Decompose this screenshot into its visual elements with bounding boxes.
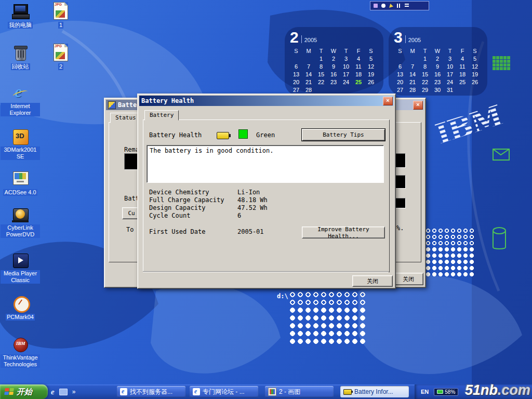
calendar-day bbox=[394, 56, 406, 62]
image-thumbnail bbox=[56, 52, 65, 59]
battery-tray-indicator[interactable]: 58% bbox=[434, 388, 458, 396]
taskbar-task-button[interactable]: Battery Infor... bbox=[340, 386, 409, 397]
calendar-day: 6 bbox=[290, 63, 302, 70]
calendar-day-highlighted: 25 bbox=[352, 79, 365, 85]
desktop-icon-media-player-classic[interactable]: Media Player Classic bbox=[1, 252, 40, 284]
desktop-icon-acdsee[interactable]: ACDSee 4.0 bbox=[1, 170, 40, 196]
close-dialog-button[interactable]: 关闭 bbox=[352, 275, 393, 287]
battery-detail-fields: Device ChemistryLi-IonFull Charge Capaci… bbox=[149, 189, 268, 220]
calendar-day: 14 bbox=[406, 71, 419, 77]
desktop-icon-internet-explorer[interactable]: e Internet Explorer bbox=[1, 85, 40, 117]
windows-flag-icon bbox=[4, 388, 14, 395]
calendar-day: 12 bbox=[365, 63, 377, 70]
calendar-day: 9 bbox=[431, 63, 444, 70]
desktop-icon-powerdvd[interactable]: CyberLink PowerDVD bbox=[1, 207, 40, 238]
field-label: First Used Date bbox=[149, 228, 237, 236]
field-label: Device Chemistry bbox=[149, 189, 237, 196]
input-method-icon[interactable] bbox=[374, 4, 378, 8]
field-label: Full Charge Capacity bbox=[149, 196, 237, 204]
calendar-day: 21 bbox=[406, 79, 419, 85]
battery-tips-button[interactable]: Battery Tips bbox=[302, 129, 385, 141]
improve-battery-health-button[interactable]: Improve Battery Health... bbox=[302, 227, 385, 238]
calendar-day bbox=[406, 56, 419, 62]
calendar-day: 21 bbox=[302, 79, 315, 85]
internet-explorer-quicklaunch-icon[interactable]: e bbox=[51, 388, 55, 396]
jpg-file-icon: JPG bbox=[54, 2, 68, 20]
calendar-day: 4 bbox=[456, 56, 469, 62]
calendar-day: 2 bbox=[327, 56, 340, 62]
field-label: Design Capacity bbox=[149, 204, 237, 212]
calendar-day: 20 bbox=[290, 79, 302, 85]
desktop-icon-label: Media Player Classic bbox=[1, 270, 40, 284]
calendar-day: 23 bbox=[327, 79, 340, 85]
language-bar[interactable] bbox=[370, 1, 429, 10]
calendar-day: 9 bbox=[327, 63, 340, 70]
start-button[interactable]: 开始 bbox=[0, 384, 48, 399]
desktop-icon-3dmark2001[interactable]: 3D 3DMark2001 SE bbox=[1, 129, 40, 161]
calendar-day-header: S bbox=[469, 48, 481, 54]
menu-icon[interactable] bbox=[405, 4, 409, 8]
desktop-icon-label: 回收站 bbox=[11, 63, 30, 70]
desktop: IBM d:\ 2 2005 SMTWTFS123456789101112131… bbox=[0, 0, 532, 399]
battery-health-dialog: Battery Health × Battery Battery Health … bbox=[137, 94, 396, 289]
calendar-day bbox=[340, 87, 352, 93]
calendar-day: 27 bbox=[290, 87, 302, 93]
health-status-text: Green bbox=[256, 131, 275, 139]
calendar-month: 3 bbox=[394, 30, 403, 45]
taskbar-task-button[interactable]: 找不到服务器... bbox=[117, 386, 185, 397]
calendar-day: 24 bbox=[444, 79, 456, 85]
tab-status[interactable]: Status bbox=[110, 113, 141, 123]
calendar-year: 2005 bbox=[304, 37, 317, 45]
calendar-day: 8 bbox=[419, 63, 431, 70]
watermark-main: 51nb bbox=[465, 382, 498, 398]
desktop-icon-my-computer[interactable]: 我的电脑 bbox=[1, 3, 40, 29]
calendar-day bbox=[290, 56, 302, 62]
calendar-day: 27 bbox=[394, 87, 406, 93]
calendar-day bbox=[365, 87, 377, 93]
calendar-day: 22 bbox=[315, 79, 327, 85]
battery-percent: 58% bbox=[445, 389, 455, 395]
desktop-icon-thinkvantage[interactable]: IBM ThinkVantage Technologies bbox=[1, 337, 40, 368]
desktop-icon-label: Internet Explorer bbox=[1, 103, 40, 116]
desktop-icon-recycle-bin[interactable]: 回收站 bbox=[1, 45, 40, 71]
dot-pattern-filled bbox=[425, 246, 475, 277]
calendar-divider bbox=[405, 35, 406, 43]
field-value: 6 bbox=[237, 212, 241, 220]
battery-detail-row: Cycle Count6 bbox=[149, 212, 268, 220]
ie-icon bbox=[120, 388, 127, 395]
close-button[interactable]: × bbox=[383, 97, 393, 105]
media-player-classic-icon bbox=[11, 252, 29, 269]
chevron-more-icon[interactable]: » bbox=[72, 388, 76, 395]
calendar-day: 26 bbox=[365, 79, 377, 85]
calendar-day: 31 bbox=[444, 87, 456, 93]
taskbar-task-button[interactable]: 2 - 画图 bbox=[265, 386, 334, 397]
calendar-grid: SMTWTFS123456789101112131415161718192021… bbox=[290, 48, 379, 93]
pen-icon[interactable] bbox=[389, 4, 393, 8]
desktop-file-2[interactable]: JPG 2 bbox=[46, 44, 76, 71]
calendar-day: 22 bbox=[419, 79, 431, 85]
my-computer-icon bbox=[11, 3, 29, 20]
condition-textbox[interactable]: The battery is in good condition. bbox=[147, 145, 384, 183]
keyboard-icon[interactable] bbox=[397, 4, 401, 8]
language-indicator[interactable]: EN bbox=[421, 389, 429, 395]
desktop-icon-label: 1 bbox=[58, 22, 63, 29]
calendar-day: 24 bbox=[340, 79, 352, 85]
battery-health-titlebar[interactable]: Battery Health × bbox=[139, 96, 394, 106]
calendar-day: 1 bbox=[419, 56, 431, 62]
calendar-day bbox=[456, 87, 469, 93]
desktop-file-1[interactable]: JPG 1 bbox=[46, 2, 76, 29]
calendar-february-2005: 2 2005 SMTWTFS12345678910111213141516171… bbox=[290, 29, 379, 93]
window-title: Batte bbox=[118, 101, 137, 109]
thinkvantage-icon: IBM bbox=[11, 337, 29, 353]
dot-pattern-hollow bbox=[289, 291, 368, 307]
calendar-day: 28 bbox=[406, 87, 419, 93]
task-label: 2 - 画图 bbox=[279, 388, 300, 396]
calendar-day: 5 bbox=[365, 56, 377, 62]
close-button[interactable]: × bbox=[413, 101, 423, 110]
close-window-button[interactable]: 关闭 bbox=[393, 273, 423, 285]
taskbar-task-button[interactable]: 专门网论坛 - ... bbox=[190, 386, 258, 397]
desktop-icon-pcmark04[interactable]: PCMark04 bbox=[1, 295, 40, 321]
volume-icon[interactable] bbox=[381, 4, 385, 8]
show-desktop-icon[interactable] bbox=[59, 389, 68, 395]
tab-battery[interactable]: Battery bbox=[144, 110, 179, 121]
